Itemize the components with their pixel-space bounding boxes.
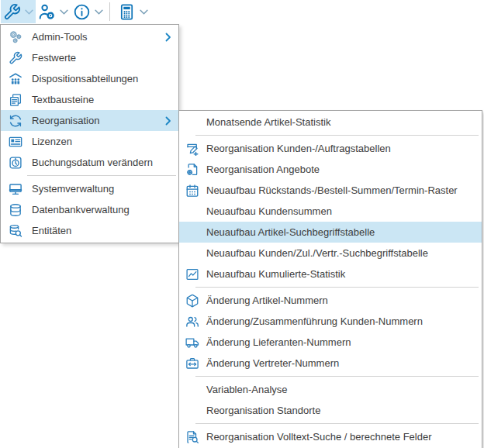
- submenu-item-monatsende-artikel-statistik[interactable]: Monatsende Artikel-Statistik: [179, 112, 482, 133]
- menu-item-reorganisation[interactable]: Reorganisation: [1, 110, 178, 131]
- menu-item-label: Textbausteine: [32, 94, 94, 105]
- sync-icon: [9, 114, 22, 128]
- menu-item-label: Systemverwaltung: [32, 183, 114, 195]
- database-search-icon: [9, 224, 22, 238]
- submenu-item-label: Änderung Vertreter-Nummern: [206, 357, 339, 369]
- menu-item-systemverwaltung[interactable]: Systemverwaltung: [1, 178, 178, 199]
- departments-icon: [9, 72, 22, 86]
- icon-placeholder: [185, 115, 199, 129]
- icon-placeholder: [185, 383, 199, 397]
- icon-placeholder: [185, 246, 199, 260]
- menu-separator: [195, 376, 479, 377]
- chevron-down-icon: [25, 9, 33, 15]
- wrench-icon: [3, 3, 21, 21]
- submenu-item-label: Änderung Lieferanten-Nummern: [206, 336, 351, 348]
- menu-item-entitaeten[interactable]: Entitäten: [1, 220, 178, 241]
- icon-placeholder: [185, 226, 199, 240]
- main-toolbar: [0, 0, 484, 23]
- reorganisation-submenu: Monatsende Artikel-StatistikReorganisati…: [178, 110, 482, 448]
- gears-icon: [9, 30, 22, 44]
- menu-item-label: Admin-Tools: [32, 31, 88, 43]
- document-gear-icon: [185, 163, 199, 177]
- submenu-item-label: Neuaufbau Kunden/Zul./Vertr.-Suchbegriff…: [206, 247, 428, 259]
- monitor-icon: [9, 182, 22, 196]
- database-icon: [9, 203, 22, 217]
- submenu-item-label: Neuaufbau Artikel-Suchbegriffstabelle: [206, 226, 375, 238]
- id-card-icon: [9, 135, 22, 149]
- menu-item-dispositionsabteilungen[interactable]: Dispositionsabteilungen: [1, 68, 178, 89]
- submenu-item-label: Reorganisation Kunden-/Auftragstabellen: [206, 143, 391, 154]
- submenu-item-label: Reorganisation Angebote: [206, 164, 320, 175]
- menu-separator: [27, 175, 176, 176]
- table-edit-icon: [185, 142, 199, 156]
- submenu-item-aenderung-lieferanten-nummern[interactable]: Änderung Lieferanten-Nummern: [179, 332, 482, 353]
- cube-icon: [185, 294, 199, 308]
- toolbar-separator: [109, 2, 110, 21]
- submenu-item-reorganisation-volltext-suche-berechnete-felder[interactable]: Reorganisation Volltext-Suche / berechne…: [179, 426, 482, 447]
- menu-item-label: Reorganisation: [32, 115, 99, 126]
- icon-placeholder: [185, 404, 199, 418]
- truck-icon: [185, 336, 199, 350]
- submenu-item-neuaufbau-kumulierte-statistik[interactable]: Neuaufbau Kumulierte-Statistik: [179, 264, 482, 284]
- briefcase-icon: [185, 357, 199, 370]
- timer-icon: [9, 156, 22, 170]
- chevron-down-icon: [140, 9, 148, 15]
- menu-item-admin-tools[interactable]: Admin-Tools: [1, 26, 178, 47]
- menu-item-lizenzen[interactable]: Lizenzen: [1, 131, 178, 152]
- submenu-item-label: Änderung Artikel-Nummern: [206, 295, 328, 306]
- submenu-item-aenderung-vertreter-nummern[interactable]: Änderung Vertreter-Nummern: [179, 353, 482, 374]
- calculator-icon: [118, 3, 136, 21]
- chevron-down-icon: [60, 9, 68, 15]
- calendar-icon: [185, 184, 199, 198]
- submenu-item-label: Neuaufbau Kumulierte-Statistik: [206, 268, 345, 280]
- menu-item-datenbankverwaltung[interactable]: Datenbankverwaltung: [1, 199, 178, 220]
- menu-item-label: Lizenzen: [32, 136, 72, 147]
- user-gear-icon: [38, 3, 56, 21]
- submenu-item-neuaufbau-kunden-zul-vertr-suchbegriffstabelle[interactable]: Neuaufbau Kunden/Zul./Vertr.-Suchbegriff…: [179, 243, 482, 264]
- chart-icon: [185, 267, 199, 281]
- menu-separator: [195, 423, 479, 424]
- submenu-item-label: Reorganisation Volltext-Suche / berechne…: [206, 431, 432, 443]
- menu-item-label: Buchungsdatum verändern: [32, 157, 153, 168]
- toolbar-button-calculator[interactable]: [116, 0, 150, 23]
- chevron-down-icon: [95, 9, 103, 15]
- menu-separator: [195, 287, 479, 288]
- chevron-right-icon: [165, 116, 171, 126]
- menu-item-label: Datenbankverwaltung: [32, 204, 130, 215]
- people-icon: [185, 315, 199, 329]
- menu-item-festwerte[interactable]: Festwerte: [1, 47, 178, 68]
- submenu-item-reorganisation-kunden-auftragstabellen[interactable]: Reorganisation Kunden-/Auftragstabellen: [179, 138, 482, 159]
- submenu-item-neuaufbau-artikel-suchbegriffstabelle[interactable]: Neuaufbau Artikel-Suchbegriffstabelle: [179, 222, 482, 243]
- submenu-item-reorganisation-standorte[interactable]: Reorganisation Standorte: [179, 400, 482, 421]
- submenu-item-label: Neuaufbau Rückstands-/Bestell-Summen/Ter…: [206, 184, 458, 196]
- tools-menu: Admin-ToolsFestwerteDispositionsabteilun…: [0, 24, 179, 243]
- submenu-item-label: Änderung/Zusammenführung Kunden-Nummern: [206, 315, 423, 327]
- menu-item-buchungsdatum-veraendern[interactable]: Buchungsdatum verändern: [1, 152, 178, 173]
- submenu-item-variablen-analyse[interactable]: Variablen-Analyse: [179, 379, 482, 400]
- submenu-item-reorganisation-angebote[interactable]: Reorganisation Angebote: [179, 159, 482, 180]
- submenu-item-label: Reorganisation Standorte: [206, 405, 320, 416]
- info-icon: [73, 3, 91, 21]
- submenu-item-neuaufbau-kundensummen[interactable]: Neuaufbau Kundensummen: [179, 201, 482, 222]
- submenu-item-aenderung-zusammenfuehrung-kunden-nummern[interactable]: Änderung/Zusammenführung Kunden-Nummern: [179, 311, 482, 332]
- submenu-item-label: Neuaufbau Kundensummen: [206, 205, 332, 217]
- submenu-item-neuaufbau-rueckstands-bestell-summen-termin-raster[interactable]: Neuaufbau Rückstands-/Bestell-Summen/Ter…: [179, 180, 482, 201]
- wrench-icon: [9, 51, 22, 65]
- submenu-item-aenderung-artikel-nummern[interactable]: Änderung Artikel-Nummern: [179, 290, 482, 311]
- menu-item-label: Entitäten: [32, 225, 71, 236]
- text-blocks-icon: [9, 93, 22, 107]
- document-search-icon: [185, 430, 199, 444]
- app-screen: Admin-ToolsFestwerteDispositionsabteilun…: [0, 0, 484, 448]
- icon-placeholder: [185, 205, 199, 219]
- menu-separator: [195, 135, 479, 136]
- menu-item-label: Dispositionsabteilungen: [32, 73, 138, 84]
- toolbar-button-tools[interactable]: [1, 0, 36, 23]
- submenu-item-label: Variablen-Analyse: [206, 384, 288, 395]
- menu-item-label: Festwerte: [32, 52, 76, 64]
- submenu-item-label: Monatsende Artikel-Statistik: [206, 116, 330, 128]
- toolbar-button-info[interactable]: [71, 0, 105, 23]
- menu-item-textbausteine[interactable]: Textbausteine: [1, 89, 178, 110]
- chevron-right-icon: [165, 33, 171, 42]
- toolbar-button-user-settings[interactable]: [36, 0, 71, 23]
